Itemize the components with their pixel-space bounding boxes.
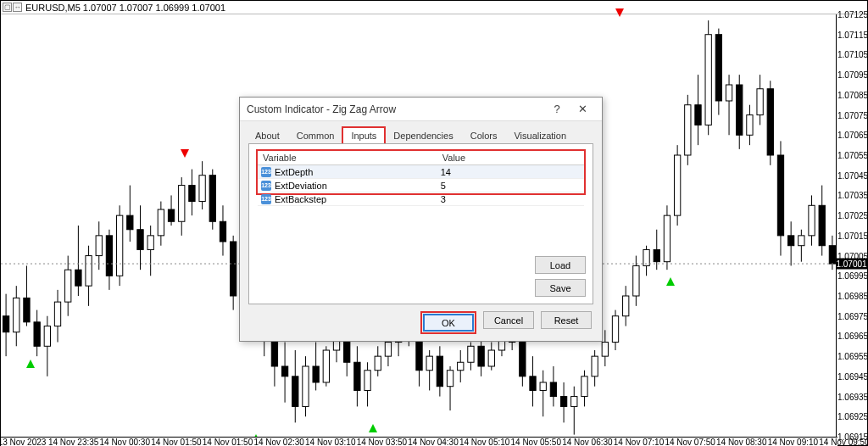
zigzag-up-arrow-icon (666, 277, 675, 286)
column-value[interactable]: Value (437, 151, 584, 164)
svg-rect-59 (303, 366, 309, 406)
svg-rect-87 (447, 371, 453, 387)
svg-rect-35 (179, 186, 185, 222)
x-tick: 14 Nov 03:10 (305, 438, 356, 446)
svg-rect-83 (426, 356, 432, 371)
current-price-tag: 1.07001 (836, 259, 867, 270)
svg-rect-11 (54, 302, 60, 326)
svg-rect-147 (757, 89, 763, 115)
input-row[interactable]: 123ExtBackstep3 (258, 192, 584, 206)
svg-rect-25 (127, 215, 133, 230)
y-tick: 1.07105 (837, 50, 865, 59)
cancel-button[interactable]: Cancel (483, 311, 534, 329)
save-button[interactable]: Save (535, 279, 586, 297)
x-tick: 14 Nov 07:10 (614, 438, 665, 446)
svg-rect-3 (14, 298, 19, 332)
svg-rect-73 (375, 356, 381, 371)
x-tick: 14 Nov 07:50 (665, 438, 715, 446)
chart-title-bar: ▢ ↔ EURUSD,M5 1.07007 1.07007 1.06999 1.… (1, 1, 867, 14)
svg-rect-137 (705, 35, 711, 125)
tab-colors[interactable]: Colors (462, 127, 506, 144)
y-tick: 1.06985 (837, 292, 865, 301)
x-tick: 14 Nov 05:50 (511, 438, 562, 446)
chart-symbol: EURUSD,M5 (25, 3, 81, 13)
svg-rect-115 (592, 356, 598, 376)
reset-button[interactable]: Reset (541, 311, 592, 329)
y-tick: 1.07015 (837, 231, 865, 240)
y-tick: 1.06955 (837, 352, 865, 361)
y-tick: 1.06935 (837, 392, 865, 401)
input-row[interactable]: 123ExtDeviation5 (258, 179, 584, 192)
x-tick: 14 Nov 00:30 (100, 438, 151, 446)
x-tick: 14 Nov 23:35 (48, 438, 99, 446)
input-variable-value[interactable]: 5 (437, 181, 584, 191)
svg-rect-75 (385, 343, 391, 357)
svg-rect-109 (560, 397, 566, 407)
y-tick: 1.06945 (837, 371, 865, 381)
svg-rect-43 (220, 221, 225, 242)
y-axis: 1.071251.071151.071051.070951.070851.070… (836, 14, 867, 437)
variable-icon: 123 (261, 181, 271, 191)
variable-icon: 123 (261, 194, 271, 204)
svg-rect-27 (137, 230, 143, 250)
variable-icon: 123 (261, 167, 271, 177)
svg-rect-61 (313, 366, 319, 382)
x-tick: 14 Nov 01:50 (151, 438, 202, 446)
svg-rect-91 (468, 346, 474, 362)
svg-rect-37 (189, 186, 195, 202)
help-icon[interactable]: ? (544, 100, 570, 119)
svg-rect-151 (777, 155, 783, 236)
svg-rect-155 (798, 236, 804, 246)
svg-rect-129 (664, 215, 670, 262)
y-tick: 1.07065 (837, 131, 865, 140)
input-variable-name: 123ExtBackstep (258, 194, 437, 204)
svg-rect-7 (34, 322, 40, 346)
svg-rect-157 (809, 205, 815, 236)
input-variable-value[interactable]: 14 (437, 167, 584, 177)
svg-rect-17 (86, 256, 92, 287)
svg-rect-101 (520, 343, 526, 376)
x-tick: 13 Nov 2023 (0, 438, 46, 446)
svg-rect-117 (602, 343, 608, 357)
tab-about[interactable]: About (247, 127, 288, 144)
svg-rect-55 (281, 366, 287, 376)
load-button[interactable]: Load (535, 256, 586, 274)
x-tick: 14 Nov 04:30 (408, 438, 459, 446)
svg-rect-159 (819, 205, 825, 245)
tab-dependencies[interactable]: Dependencies (385, 127, 461, 144)
svg-rect-1 (3, 316, 8, 332)
trading-terminal: ▢ ↔ EURUSD,M5 1.07007 1.07007 1.06999 1.… (0, 0, 868, 446)
svg-rect-23 (116, 215, 122, 276)
dialog-title-bar[interactable]: Custom Indicator - Zig Zag Arrow ? ✕ (240, 98, 602, 121)
y-tick: 1.06965 (837, 332, 865, 341)
svg-rect-29 (147, 236, 153, 250)
close-icon[interactable]: ✕ (570, 100, 595, 119)
zigzag-down-arrow-icon (615, 8, 624, 17)
y-tick: 1.06995 (837, 271, 865, 281)
column-variable[interactable]: Variable (258, 151, 437, 164)
y-tick: 1.07115 (837, 30, 865, 39)
svg-rect-15 (75, 270, 81, 286)
svg-rect-133 (685, 105, 691, 155)
svg-rect-121 (623, 296, 629, 316)
y-tick: 1.07045 (837, 170, 865, 180)
svg-rect-13 (65, 270, 71, 302)
tab-visualization[interactable]: Visualization (505, 127, 575, 144)
dialog-title: Custom Indicator - Zig Zag Arrow (247, 103, 396, 115)
tab-inputs[interactable]: Inputs (342, 127, 385, 144)
chart-restore-icon[interactable]: ▢ (3, 3, 12, 12)
chart-maximize-icon[interactable]: ↔ (13, 3, 22, 12)
svg-rect-145 (747, 115, 753, 136)
input-variable-name: 123ExtDeviation (258, 181, 437, 191)
svg-rect-45 (231, 242, 236, 296)
svg-rect-21 (106, 236, 112, 276)
ok-button[interactable]: OK (423, 314, 474, 332)
y-tick: 1.07055 (837, 151, 865, 160)
tab-common[interactable]: Common (288, 127, 343, 144)
input-variable-value[interactable]: 3 (437, 194, 584, 204)
svg-rect-149 (767, 89, 773, 155)
input-row[interactable]: 123ExtDepth14 (258, 165, 584, 179)
inputs-panel: Variable Value 123ExtDepth14123ExtDeviat… (248, 143, 593, 304)
x-axis: 13 Nov 202314 Nov 23:3514 Nov 00:3014 No… (1, 437, 837, 446)
zigzag-up-arrow-icon (26, 360, 35, 368)
